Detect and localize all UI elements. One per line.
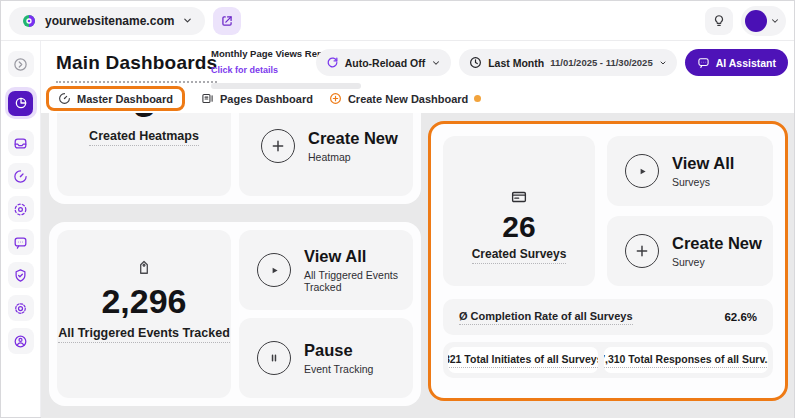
ai-assistant-label: AI Assistant — [716, 57, 776, 69]
tab-create-new-dashboard[interactable]: Create New Dashboard — [329, 92, 481, 105]
total-initiates-pill[interactable]: 821 Total Initiates of all Surveys — [448, 347, 598, 373]
ai-assistant-button[interactable]: AI Assistant — [685, 49, 788, 76]
plus-circle-icon — [329, 92, 342, 105]
dashboard-tabs: Master Dashboard Pages Dashboard Create … — [46, 86, 481, 111]
chat-icon — [13, 235, 28, 250]
app-window: yourwebsitename.com — [0, 0, 795, 418]
shield-check-icon — [13, 268, 28, 283]
target-icon — [13, 202, 28, 217]
sidebar-item-dashboards[interactable] — [5, 87, 37, 119]
play-circle-icon — [625, 154, 659, 188]
total-responses-label: 7,310 Total Responses of all Surv... — [604, 353, 768, 368]
site-name: yourwebsitename.com — [45, 14, 174, 28]
auto-reload-dropdown[interactable]: Auto-Reload Off — [316, 49, 452, 76]
date-range-picker[interactable]: Last Month 11/01/2025 - 11/30/2025 — [459, 49, 677, 76]
events-count: 2,296 — [101, 283, 186, 320]
inbox-icon — [13, 136, 28, 151]
chevron-down-icon — [770, 16, 780, 26]
tab-label: Master Dashboard — [77, 93, 173, 105]
page-title: Main Dashboards — [56, 52, 217, 83]
create-survey-title: Create New — [672, 234, 762, 252]
tab-pages-dashboard[interactable]: Pages Dashboard — [201, 92, 313, 105]
heatmaps-count: 3 — [133, 113, 155, 123]
view-events-title: View All — [304, 247, 413, 265]
top-bar: yourwebsitename.com — [1, 1, 794, 41]
view-events-card[interactable]: View All All Triggered Events Tracked — [239, 230, 413, 310]
chevron-down-icon — [659, 59, 667, 67]
main-area: Main Dashboards Monthly Page Views Remai… — [41, 41, 794, 417]
auto-reload-label: Auto-Reload Off — [345, 57, 426, 69]
play-circle-icon — [257, 253, 291, 287]
pause-tracking-sub: Event Tracking — [304, 363, 373, 375]
open-site-button[interactable] — [213, 7, 241, 35]
quota-details-link[interactable]: Click for details — [211, 65, 278, 75]
tips-button[interactable] — [705, 7, 733, 35]
create-heatmap-sub: Heatmap — [308, 151, 398, 163]
avatar — [745, 10, 767, 32]
sidebar-item-profile[interactable] — [8, 328, 34, 354]
pause-circle-icon — [257, 341, 291, 375]
expand-arrow-icon — [13, 57, 28, 72]
chevron-down-icon — [431, 58, 441, 68]
lightbulb-icon — [712, 14, 726, 28]
create-heatmap-card[interactable]: Create New Heatmap — [239, 113, 413, 196]
gear-icon — [13, 301, 28, 316]
heatmaps-count-label: Created Heatmaps — [89, 129, 199, 146]
pages-icon — [201, 92, 214, 105]
account-menu[interactable] — [741, 6, 786, 36]
surveys-group-highlighted: 26 Created Surveys View All Surveys — [428, 121, 788, 401]
tab-label: Pages Dashboard — [220, 93, 313, 105]
total-responses-pill[interactable]: 7,310 Total Responses of all Surv... — [604, 347, 768, 373]
sidebar — [1, 41, 41, 417]
plus-circle-icon — [625, 234, 659, 268]
create-survey-card[interactable]: Create New Survey — [607, 216, 773, 286]
pie-chart-icon — [14, 96, 28, 110]
chat-icon — [697, 56, 710, 69]
dashboard-content: 3 Created Heatmaps Create New Heatmap — [41, 113, 794, 418]
created-surveys-card[interactable]: 26 Created Surveys — [443, 136, 595, 286]
survey-card-icon — [510, 188, 528, 206]
create-survey-sub: Survey — [672, 256, 762, 268]
clock-icon — [469, 56, 482, 69]
sidebar-item-inbox[interactable] — [8, 130, 34, 156]
surveys-count-label: Created Surveys — [472, 247, 567, 264]
gauge-icon — [58, 92, 71, 105]
surveys-count: 26 — [502, 210, 535, 245]
survey-totals-row: 821 Total Initiates of all Surveys 7,310… — [443, 342, 773, 378]
view-surveys-card[interactable]: View All Surveys — [607, 136, 773, 206]
tab-master-dashboard[interactable]: Master Dashboard — [46, 86, 185, 111]
sidebar-item-heatmaps[interactable] — [8, 163, 34, 189]
completion-rate-value: 62.6% — [724, 311, 757, 323]
sidebar-item-surveys[interactable] — [8, 229, 34, 255]
user-pin-icon — [13, 334, 28, 349]
events-group: 2,296 All Triggered Events Tracked View … — [49, 222, 421, 406]
completion-rate-row[interactable]: Ø Completion Rate of all Surveys 62.6% — [443, 299, 773, 335]
sidebar-item-security[interactable] — [8, 262, 34, 288]
pause-tracking-card[interactable]: Pause Event Tracking — [239, 318, 413, 398]
header-controls: Auto-Reload Off Last Month 11/01/2025 - … — [316, 49, 788, 76]
view-surveys-title: View All — [672, 154, 734, 172]
tag-icon — [136, 261, 152, 277]
gauge-icon — [13, 169, 28, 184]
view-surveys-sub: Surveys — [672, 176, 734, 188]
created-heatmaps-card[interactable]: 3 Created Heatmaps — [57, 113, 231, 196]
site-selector[interactable]: yourwebsitename.com — [9, 7, 205, 35]
sidebar-item-settings[interactable] — [8, 295, 34, 321]
view-events-sub: All Triggered Events Tracked — [304, 269, 413, 293]
heatmaps-group: 3 Created Heatmaps Create New Heatmap — [49, 113, 421, 204]
sidebar-expand-button[interactable] — [8, 51, 34, 77]
plus-circle-icon — [261, 129, 295, 163]
site-logo-icon — [21, 13, 37, 29]
pause-tracking-title: Pause — [304, 341, 373, 359]
events-count-label: All Triggered Events Tracked — [58, 326, 230, 343]
sidebar-item-events[interactable] — [8, 196, 34, 222]
refresh-icon — [326, 56, 339, 69]
external-link-icon — [220, 14, 234, 28]
notification-dot — [474, 95, 481, 102]
tab-label: Create New Dashboard — [348, 93, 468, 105]
completion-rate-label: Ø Completion Rate of all Surveys — [459, 310, 633, 325]
events-count-card[interactable]: 2,296 All Triggered Events Tracked — [57, 230, 231, 398]
date-range-value: 11/01/2025 - 11/30/2025 — [550, 57, 653, 68]
chevron-down-icon — [182, 15, 193, 26]
total-initiates-label: 821 Total Initiates of all Surveys — [448, 353, 598, 368]
